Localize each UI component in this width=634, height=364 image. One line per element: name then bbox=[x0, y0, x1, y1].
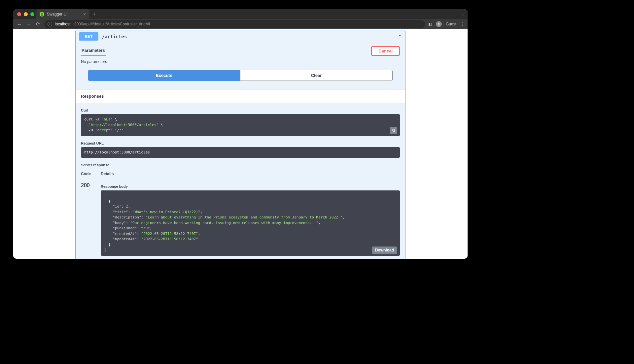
url-host: localhost bbox=[55, 22, 70, 26]
http-method-badge: GET bbox=[79, 32, 98, 41]
panel-icon[interactable]: ◧ bbox=[428, 22, 432, 26]
request-url-label: Request URL bbox=[81, 139, 400, 147]
menu-icon[interactable]: ⋮ bbox=[460, 22, 464, 26]
guest-label: Guest bbox=[446, 22, 456, 26]
server-response-label: Server response bbox=[81, 161, 400, 169]
details-column-header: Details bbox=[101, 172, 400, 176]
swagger-favicon-icon: {} bbox=[40, 12, 44, 17]
maximize-window-icon[interactable] bbox=[30, 12, 34, 16]
collapse-icon[interactable]: ⌃ bbox=[398, 34, 402, 39]
request-url-block: http://localhost:3000/articles bbox=[81, 147, 400, 158]
cancel-button[interactable]: Cancel bbox=[371, 46, 400, 56]
response-body-block: [ { "id": 2, "title": "What's new in Pri… bbox=[101, 190, 400, 256]
page-viewport: GET /articles ⌃ Parameters Cancel No par… bbox=[13, 29, 468, 259]
download-button[interactable]: Download bbox=[372, 247, 397, 254]
tab-bar: {} Swagger UI × + ⌄ bbox=[13, 9, 468, 19]
url-input[interactable]: i localhost:3000/api/#/default/ArticlesC… bbox=[44, 20, 425, 28]
clear-button[interactable]: Clear bbox=[240, 70, 393, 81]
tab-title: Swagger UI bbox=[47, 12, 68, 17]
close-tab-icon[interactable]: × bbox=[83, 12, 86, 17]
browser-window: {} Swagger UI × + ⌄ ← → ⟳ i localhost:30… bbox=[13, 9, 468, 259]
address-bar: ← → ⟳ i localhost:3000/api/#/default/Art… bbox=[13, 19, 468, 29]
execute-button[interactable]: Execute bbox=[88, 70, 240, 81]
traffic-lights bbox=[17, 12, 34, 16]
close-window-icon[interactable] bbox=[17, 12, 21, 16]
reload-icon[interactable]: ⟳ bbox=[35, 21, 41, 27]
operation-block: GET /articles ⌃ Parameters Cancel No par… bbox=[75, 30, 405, 259]
forward-icon[interactable]: → bbox=[26, 21, 32, 27]
response-code: 200 bbox=[81, 182, 101, 259]
no-parameters-text: No parameters bbox=[81, 56, 400, 70]
results-section: Curl curl -X 'GET' \ 'http://localhost:3… bbox=[76, 103, 405, 259]
browser-right-icons: ◧ Guest ⋮ bbox=[428, 21, 464, 27]
response-body-label: Response body bbox=[101, 182, 400, 190]
operation-header[interactable]: GET /articles ⌃ bbox=[76, 30, 405, 43]
tabs-menu-icon[interactable]: ⌄ bbox=[462, 13, 464, 16]
new-tab-button[interactable]: + bbox=[92, 11, 96, 18]
copy-curl-button[interactable]: ⧉ bbox=[390, 127, 397, 134]
code-column-header: Code bbox=[81, 172, 101, 176]
curl-block: curl -X 'GET' \ 'http://localhost:3000/a… bbox=[81, 114, 400, 136]
back-icon[interactable]: ← bbox=[17, 21, 22, 27]
svg-point-0 bbox=[438, 23, 440, 24]
profile-icon[interactable] bbox=[436, 21, 442, 27]
parameters-section: Parameters Cancel No parameters Execute … bbox=[76, 43, 405, 89]
responses-heading: Responses bbox=[76, 89, 405, 103]
swagger-container: GET /articles ⌃ Parameters Cancel No par… bbox=[75, 30, 405, 259]
endpoint-path: /articles bbox=[102, 34, 127, 39]
browser-tab-swagger[interactable]: {} Swagger UI × bbox=[36, 9, 89, 19]
curl-label: Curl bbox=[81, 106, 400, 114]
minimize-window-icon[interactable] bbox=[24, 12, 28, 16]
info-icon[interactable]: i bbox=[48, 22, 52, 26]
parameters-heading: Parameters bbox=[81, 46, 106, 56]
url-path: :3000/api/#/default/ArticlesController_f… bbox=[73, 22, 150, 26]
